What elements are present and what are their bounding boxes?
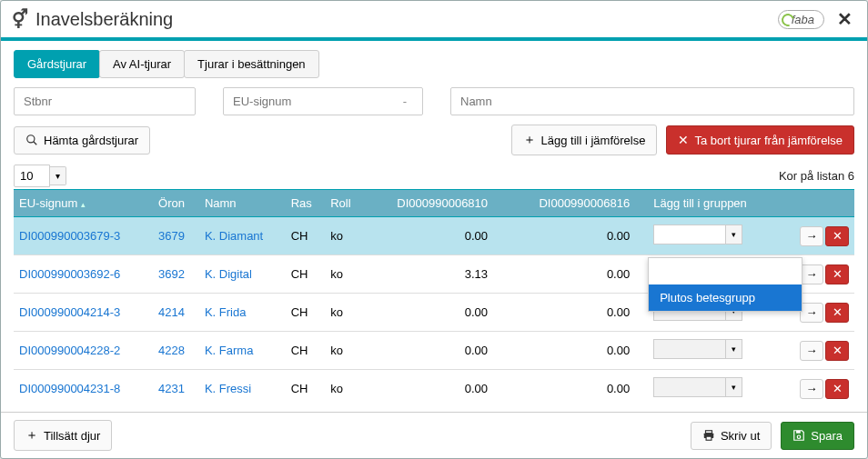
svg-line-1 — [34, 142, 37, 145]
table-row[interactable]: DI000990004228-24228K. FarmaCHko0.000.00… — [14, 332, 854, 370]
svg-rect-5 — [796, 431, 801, 434]
add-compare-label: Lägg till i jämförelse — [541, 134, 646, 147]
footer: ＋ Tillsätt djur Skriv ut Spara — [1, 412, 867, 458]
group-select: ▾ — [653, 339, 742, 359]
val1-cell: 0.00 — [364, 332, 506, 370]
eu-signum-input[interactable] — [223, 87, 423, 115]
chevron-down-icon: ▾ — [726, 377, 742, 397]
col-actions — [778, 190, 855, 217]
dropdown-option-blank[interactable] — [649, 258, 802, 284]
breed-cell: CH — [286, 332, 326, 370]
col-bull1[interactable]: DI000990006810 — [364, 190, 506, 217]
tab-bar: Gårdstjurar Av AI-tjurar Tjurar i besätt… — [14, 50, 854, 78]
ear-link[interactable]: 3692 — [158, 267, 185, 281]
print-icon — [702, 429, 715, 442]
eu-link[interactable]: DI000990003679-3 — [19, 229, 120, 243]
role-cell: ko — [325, 217, 364, 255]
remove-compare-button[interactable]: ✕ Ta bort tjurar från jämförelse — [666, 125, 854, 155]
val2-cell: 0.00 — [506, 294, 648, 332]
list-meta: ▾ Kor på listan 6 — [14, 165, 854, 187]
breed-cell: CH — [286, 370, 326, 407]
col-ras[interactable]: Ras — [286, 190, 326, 217]
svg-point-6 — [798, 435, 802, 439]
fetch-button[interactable]: Hämta gårdstjurar — [14, 126, 150, 155]
delete-row-button[interactable]: ✕ — [825, 226, 849, 246]
col-group[interactable]: Lägg till i gruppen — [648, 190, 777, 217]
name-link[interactable]: K. Frida — [205, 305, 247, 319]
toolbar: Hämta gårdstjurar ＋ Lägg till i jämförel… — [14, 125, 854, 155]
role-cell: ko — [325, 294, 364, 332]
val2-cell: 0.00 — [506, 332, 648, 370]
move-right-button[interactable]: → — [800, 303, 823, 323]
table-row[interactable]: DI000990003679-33679K. DiamantCHko0.000.… — [14, 217, 854, 255]
val1-cell: 3.13 — [364, 255, 506, 294]
col-eu-signum[interactable]: EU-signum — [14, 190, 153, 217]
add-animal-button[interactable]: ＋ Tillsätt djur — [14, 420, 112, 451]
group-select: ▾ — [653, 377, 742, 397]
role-cell: ko — [325, 255, 364, 294]
save-button[interactable]: Spara — [781, 422, 854, 450]
val1-cell: 0.00 — [364, 217, 506, 255]
table-row[interactable]: DI000990004231-84231K. FressiCHko0.000.0… — [14, 370, 854, 407]
delete-row-button[interactable]: ✕ — [825, 303, 849, 323]
tab-gardstjurar[interactable]: Gårdstjurar — [14, 50, 100, 78]
name-link[interactable]: K. Farma — [205, 344, 253, 357]
stbnr-input[interactable] — [14, 87, 196, 115]
delete-row-button[interactable]: ✕ — [825, 379, 849, 399]
eu-link[interactable]: DI000990004214-3 — [19, 305, 120, 319]
dropdown-option[interactable]: Plutos betesgrupp — [649, 284, 802, 311]
breed-cell: CH — [286, 217, 326, 255]
tab-besattningen[interactable]: Tjurar i besättningen — [184, 50, 319, 78]
breed-cell: CH — [286, 255, 326, 294]
eu-link[interactable]: DI000990004228-2 — [19, 344, 120, 357]
delete-row-button[interactable]: ✕ — [825, 264, 849, 284]
plus-icon: ＋ — [523, 132, 536, 148]
move-right-button[interactable]: → — [800, 226, 823, 246]
group-select[interactable]: ▾ — [653, 225, 742, 244]
ear-link[interactable]: 4214 — [158, 305, 185, 319]
ear-link[interactable]: 4228 — [158, 344, 185, 357]
remove-compare-label: Ta bort tjurar från jämförelse — [694, 134, 843, 147]
col-bull2[interactable]: DI000990006816 — [506, 190, 648, 217]
val2-cell: 0.00 — [506, 370, 648, 407]
val2-cell: 0.00 — [506, 255, 648, 294]
window-title: Inavelsberäkning — [35, 9, 778, 30]
search-icon — [25, 134, 38, 146]
col-roll[interactable]: Roll — [325, 190, 364, 217]
eu-link[interactable]: DI000990004231-8 — [19, 382, 120, 395]
col-oron[interactable]: Öron — [153, 190, 199, 217]
plus-icon: ＋ — [25, 427, 38, 444]
x-icon: ✕ — [678, 133, 689, 147]
gender-icon: ⚥ — [12, 8, 28, 30]
ear-link[interactable]: 3679 — [158, 229, 185, 243]
val2-cell: 0.00 — [506, 217, 648, 255]
filter-row: - — [14, 87, 854, 115]
print-button[interactable]: Skriv ut — [691, 422, 772, 450]
move-right-button[interactable]: → — [800, 264, 823, 284]
title-bar: ⚥ Inavelsberäkning faba ✕ — [1, 1, 867, 41]
eu-link[interactable]: DI000990003692-6 — [19, 267, 120, 281]
page-size-select[interactable]: ▾ — [14, 165, 66, 187]
chevron-down-icon[interactable]: ▾ — [50, 166, 66, 185]
name-link[interactable]: K. Fressi — [205, 382, 251, 395]
role-cell: ko — [325, 332, 364, 370]
val1-cell: 0.00 — [364, 294, 506, 332]
chevron-down-icon[interactable]: ▾ — [726, 225, 742, 244]
close-icon[interactable]: ✕ — [833, 8, 856, 30]
group-dropdown[interactable]: Plutos betesgrupp — [648, 257, 802, 312]
save-label: Spara — [811, 429, 843, 443]
namn-input[interactable] — [450, 87, 854, 115]
breed-cell: CH — [286, 294, 326, 332]
delete-row-button[interactable]: ✕ — [825, 341, 849, 361]
ear-link[interactable]: 4231 — [158, 382, 185, 395]
name-link[interactable]: K. Diamant — [205, 229, 263, 243]
page-size-input[interactable] — [14, 165, 50, 187]
name-link[interactable]: K. Digital — [205, 267, 252, 281]
col-namn[interactable]: Namn — [199, 190, 286, 217]
tab-ai-tjurar[interactable]: Av AI-tjurar — [99, 50, 185, 78]
print-label: Skriv ut — [721, 429, 760, 443]
move-right-button[interactable]: → — [800, 379, 823, 399]
add-compare-button[interactable]: ＋ Lägg till i jämförelse — [511, 125, 658, 155]
chevron-down-icon: ▾ — [726, 339, 742, 359]
move-right-button[interactable]: → — [800, 341, 823, 361]
